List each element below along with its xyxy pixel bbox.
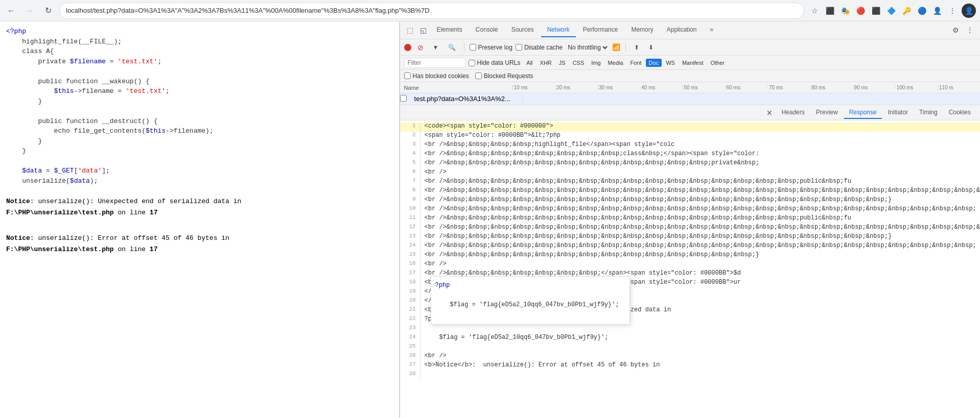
- throttle-select[interactable]: No throttling: [566, 43, 609, 52]
- detail-tab-timing[interactable]: Timing: [914, 107, 943, 119]
- devtools-undock-icon[interactable]: ◱: [417, 24, 430, 36]
- line-number-14: 14: [400, 242, 421, 251]
- request-checkbox-input[interactable]: [400, 95, 407, 102]
- filter-media-btn[interactable]: Media: [605, 59, 626, 67]
- preserve-log-input[interactable]: [470, 44, 476, 51]
- line-content-9: <br />&nbsp;&nbsp;&nbsp;&nbsp;&nbsp;&nbs…: [421, 196, 980, 205]
- tab-sources[interactable]: Sources: [505, 23, 540, 37]
- line-content-8: <br />&nbsp;&nbsp;&nbsp;&nbsp;&nbsp;&nbs…: [421, 187, 980, 196]
- main-content: <?php highlight_file(__FILE__); class A{…: [0, 21, 980, 418]
- tab-console[interactable]: Console: [470, 23, 504, 37]
- disable-cache-checkbox[interactable]: Disable cache: [516, 44, 563, 51]
- detail-tab-response[interactable]: Response: [844, 107, 882, 119]
- line-content-7: <br />&nbsp;&nbsp;&nbsp;&nbsp;&nbsp;&nbs…: [421, 178, 980, 187]
- ext-icon-7[interactable]: 🔵: [916, 5, 928, 17]
- response-line-6: 6 <br />: [400, 168, 980, 178]
- bookmark-icon[interactable]: ☆: [808, 5, 821, 17]
- filter-all-btn[interactable]: All: [523, 59, 535, 67]
- line-number-25: 25: [400, 343, 421, 352]
- ext-icon-6[interactable]: 🔑: [900, 5, 913, 17]
- blocked-requests-checkbox[interactable]: Blocked Requests: [475, 72, 533, 80]
- timeline-ruler: Name 10 ms 20 ms 30 ms 40 ms 50 ms 60 ms…: [400, 82, 980, 93]
- tab-elements[interactable]: Elements: [431, 23, 469, 37]
- response-line-14: 14 <br />&nbsp;&nbsp;&nbsp;&nbsp;&nbsp;&…: [400, 242, 980, 251]
- filter-css-btn[interactable]: CSS: [570, 59, 588, 67]
- response-line-2: 2 <span style="color: #0000BB">&lt;?php: [400, 132, 980, 141]
- avatar-icon[interactable]: 👤: [962, 4, 976, 18]
- response-line-15: 15 <br />&nbsp;&nbsp;&nbsp;&nbsp;&nbsp;&…: [400, 251, 980, 260]
- detail-tab-headers[interactable]: Headers: [777, 107, 810, 119]
- hide-data-urls-checkbox[interactable]: Hide data URLs: [469, 59, 521, 66]
- detail-tab-cookies[interactable]: Cookies: [944, 107, 976, 119]
- tab-network[interactable]: Network: [541, 23, 576, 37]
- preserve-log-checkbox[interactable]: Preserve log: [470, 44, 512, 51]
- forward-button[interactable]: →: [22, 4, 37, 18]
- hide-data-urls-input[interactable]: [469, 60, 475, 66]
- tab-performance[interactable]: Performance: [577, 23, 624, 37]
- record-button[interactable]: [404, 44, 411, 51]
- filter-input[interactable]: [404, 58, 465, 68]
- filter-xhr-btn[interactable]: XHR: [537, 59, 555, 67]
- detail-close-button[interactable]: ✕: [763, 108, 776, 118]
- ext-icon-5[interactable]: 🔷: [885, 5, 897, 17]
- ext-icon-2[interactable]: 🎭: [839, 5, 851, 17]
- request-row-1[interactable]: test.php?data=O%3A1%3A%2...: [400, 93, 980, 105]
- detail-tab-preview[interactable]: Preview: [811, 107, 843, 119]
- response-line-5: 5 <br />&nbsp;&nbsp;&nbsp;&nbsp;&nbsp;&n…: [400, 159, 980, 168]
- tab-more[interactable]: »: [704, 23, 719, 37]
- filter-img-btn[interactable]: Img: [588, 59, 603, 67]
- wifi-icon: 📶: [612, 43, 620, 51]
- filter-js-btn[interactable]: JS: [556, 59, 569, 67]
- line-number-21: 21: [400, 306, 421, 315]
- settings-icon[interactable]: ⚙: [949, 24, 962, 36]
- response-content[interactable]: 1 <code><span style="color: #000000"> 2 …: [400, 120, 980, 418]
- has-blocked-cookies-input[interactable]: [404, 72, 411, 79]
- filter-doc-btn[interactable]: Doc: [646, 59, 662, 67]
- reload-button[interactable]: ↻: [41, 4, 55, 18]
- menu-icon[interactable]: ⋮: [946, 5, 959, 17]
- disable-cache-input[interactable]: [516, 44, 522, 51]
- has-blocked-cookies-checkbox[interactable]: Has blocked cookies: [404, 72, 469, 80]
- export-button[interactable]: ⬇: [645, 42, 657, 53]
- filter-font-btn[interactable]: Font: [627, 59, 645, 67]
- response-line-12: 12 <br />&nbsp;&nbsp;&nbsp;&nbsp;&nbsp;&…: [400, 224, 980, 233]
- detail-tab-initiator[interactable]: Initiator: [883, 107, 913, 119]
- filter-ws-btn[interactable]: WS: [663, 59, 678, 67]
- line-number-16: 16: [400, 260, 421, 269]
- browser-toolbar-icons: ☆ ⬛ 🎭 🔴 ⬛ 🔷 🔑 🔵 👤 ⋮ 👤: [808, 4, 976, 18]
- stop-recording-button[interactable]: ⊘: [414, 42, 427, 53]
- ext-icon-1[interactable]: ⬛: [824, 5, 836, 17]
- response-line-26: 26 <br />: [400, 352, 980, 361]
- devtools-dock-icon[interactable]: ⬚: [404, 24, 416, 36]
- tab-memory[interactable]: Memory: [625, 23, 659, 37]
- filter-type-buttons: All XHR JS CSS Img Media Font Doc WS Man…: [523, 59, 728, 67]
- blocked-requests-input[interactable]: [475, 72, 482, 79]
- line-content-4: <br />&nbsp;&nbsp;&nbsp;&nbsp;&nbsp;&nbs…: [421, 150, 980, 159]
- response-line-9: 9 <br />&nbsp;&nbsp;&nbsp;&nbsp;&nbsp;&n…: [400, 196, 980, 205]
- source-line-6: public function __wakeup() {: [0, 77, 399, 87]
- filter-icon[interactable]: ▼: [430, 42, 442, 53]
- tab-application[interactable]: Application: [661, 23, 703, 37]
- ext-icon-3[interactable]: 🔴: [854, 5, 867, 17]
- source-line-11: echo file_get_contents($this->filename);: [0, 126, 399, 136]
- ext-icon-4[interactable]: ⬛: [870, 5, 882, 17]
- network-toolbar: ⊘ ▼ 🔍 Preserve log Disable cache No thro…: [400, 39, 980, 56]
- line-content-1: <code><span style="color: #000000">: [421, 122, 980, 132]
- search-button[interactable]: 🔍: [445, 42, 459, 53]
- import-button[interactable]: ⬆: [631, 42, 642, 53]
- devtools-tabs: ⬚ ◱ Elements Console Sources Network Per…: [400, 21, 980, 39]
- line-number-17: 17: [400, 269, 421, 279]
- line-number-3: 3: [400, 141, 421, 150]
- filter-other-btn[interactable]: Other: [707, 59, 728, 67]
- back-button[interactable]: ←: [4, 4, 18, 18]
- ext-icon-8[interactable]: 👤: [931, 5, 943, 17]
- more-options-icon[interactable]: ⋮: [964, 24, 976, 36]
- line-number-8: 8: [400, 187, 421, 196]
- popup-flag-line: $flag = 'flag{eD5a2_10qq6_047bv_b0Pb1_wj…: [435, 300, 625, 310]
- address-bar[interactable]: [66, 7, 798, 14]
- line-number-27: 27: [400, 361, 421, 371]
- tick-20ms: 20 ms: [555, 85, 597, 90]
- line-number-6: 6: [400, 168, 421, 178]
- filter-manifest-btn[interactable]: Manifest: [679, 59, 707, 67]
- line-number-23: 23: [400, 325, 421, 334]
